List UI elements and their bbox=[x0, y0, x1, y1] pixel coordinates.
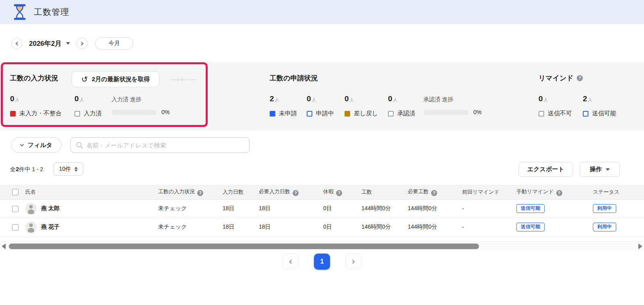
export-button[interactable]: エクスポート bbox=[518, 162, 573, 177]
filter-button[interactable]: フィルタ bbox=[11, 137, 62, 153]
progress-bar bbox=[423, 110, 469, 115]
column-label: 休暇 bbox=[323, 188, 334, 194]
last-remind-cell: - bbox=[459, 218, 513, 236]
stat-requesting: 0人 申請中 bbox=[307, 94, 334, 117]
column-label: 工数の入力状況 bbox=[158, 188, 195, 194]
help-icon[interactable]: ? bbox=[556, 190, 562, 196]
stat-unit: 人 bbox=[15, 97, 20, 102]
row-checkbox[interactable] bbox=[12, 206, 19, 212]
status-badge: 利用中 bbox=[593, 204, 616, 213]
legend-swatch bbox=[74, 111, 80, 117]
page-size-select[interactable]: 10件 bbox=[54, 162, 83, 176]
approval-progress: 承認済 進捗 0% bbox=[423, 96, 481, 115]
page-title: 工数管理 bbox=[34, 6, 69, 18]
next-page-button[interactable] bbox=[345, 254, 361, 270]
help-icon[interactable]: ? bbox=[197, 190, 203, 196]
table-row: 燕 太郎未チェック18日18日0日144時間0分144時間0分-送信可能利用中 bbox=[0, 199, 644, 218]
caret-down-icon bbox=[66, 42, 70, 45]
actions-button[interactable]: 操作 bbox=[580, 162, 620, 177]
progress-bar bbox=[111, 110, 157, 115]
chevron-left-icon bbox=[289, 260, 293, 264]
prev-month-button[interactable] bbox=[11, 38, 23, 49]
spinner-icon bbox=[74, 167, 78, 172]
legend-label: 送信可能 bbox=[592, 110, 616, 117]
scroll-left-arrow[interactable] bbox=[2, 244, 6, 249]
column-header-name: 氏名 bbox=[22, 185, 155, 199]
legend-swatch bbox=[583, 111, 588, 117]
today-button[interactable]: 今月 bbox=[95, 37, 133, 50]
required-hours-cell: 144時間0分 bbox=[405, 218, 459, 236]
row-select-cell bbox=[0, 199, 22, 218]
help-icon[interactable]: ? bbox=[293, 190, 299, 196]
help-icon[interactable]: ? bbox=[577, 75, 583, 81]
month-selector[interactable]: 2026年2月 bbox=[29, 39, 70, 48]
prev-page-button[interactable] bbox=[283, 254, 299, 270]
search-input[interactable] bbox=[87, 142, 244, 149]
status-badge: 利用中 bbox=[593, 223, 616, 231]
chevron-right-icon bbox=[351, 260, 355, 264]
legend-label: 承認済 bbox=[397, 110, 415, 117]
chevron-right-icon bbox=[80, 41, 84, 45]
chevron-left-icon bbox=[16, 41, 20, 45]
current-month-label: 2026年2月 bbox=[29, 39, 62, 48]
column-label: 前回リマインド bbox=[462, 189, 500, 195]
select-all-checkbox[interactable] bbox=[12, 189, 19, 195]
legend-label: 入力済 bbox=[84, 110, 102, 117]
stat-can-send: 2人 送信可能 bbox=[583, 94, 616, 117]
manual-remind-cell: 送信可能 bbox=[513, 199, 590, 218]
row-checkbox[interactable] bbox=[12, 224, 19, 231]
next-month-button[interactable] bbox=[76, 38, 88, 49]
status-cell: 利用中 bbox=[590, 218, 644, 236]
help-icon[interactable]: ? bbox=[431, 190, 437, 196]
stat-entered: 0人 入力済 bbox=[74, 94, 102, 117]
legend-label: 未申請 bbox=[279, 110, 297, 117]
input-status-cell: 未チェック bbox=[155, 199, 219, 218]
legend-swatch bbox=[388, 111, 394, 117]
stat-unit: 人 bbox=[312, 97, 316, 102]
column-header-last-remind: 前回リマインド bbox=[459, 185, 513, 199]
manual-remind-cell: 送信可能 bbox=[513, 218, 590, 236]
date-nav: 2026年2月 今月 bbox=[11, 37, 133, 50]
member-name: 燕 太郎 bbox=[41, 205, 60, 212]
required-days-cell: 18日 bbox=[256, 218, 320, 236]
column-label: 必要入力日数 bbox=[259, 188, 290, 194]
column-label: ステータス bbox=[593, 189, 619, 195]
manual-remind-badge[interactable]: 送信可能 bbox=[516, 204, 545, 213]
last-remind-cell: - bbox=[459, 199, 513, 218]
refresh-button-label: 2月の最新状況を取得 bbox=[92, 76, 150, 83]
legend-swatch bbox=[10, 111, 16, 117]
manual-remind-badge[interactable]: 送信可能 bbox=[516, 223, 545, 231]
column-header-vacation: 休暇? bbox=[320, 185, 358, 199]
help-icon[interactable]: ? bbox=[336, 190, 342, 196]
legend-swatch bbox=[307, 111, 312, 117]
avatar-icon bbox=[25, 221, 37, 233]
stat-approved: 0人 承認済 bbox=[388, 94, 415, 117]
progress-label: 承認済 進捗 bbox=[423, 96, 481, 103]
scroll-right-arrow[interactable] bbox=[638, 244, 642, 249]
column-label: 必要工数 bbox=[408, 188, 429, 194]
scrollbar-thumb[interactable] bbox=[9, 244, 479, 249]
refresh-status-button[interactable]: ↺ 2月の最新状況を取得 bbox=[72, 71, 159, 87]
vacation-cell: 0日 bbox=[320, 218, 358, 236]
progress-percent: 0% bbox=[473, 109, 481, 115]
legend-swatch bbox=[345, 111, 350, 117]
current-page-button[interactable]: 1 bbox=[314, 254, 330, 270]
name-cell: 燕 太郎 bbox=[22, 199, 155, 218]
pagination: 1 bbox=[0, 254, 644, 270]
legend-swatch bbox=[539, 111, 544, 117]
stat-value: 2 bbox=[583, 94, 587, 103]
search-box bbox=[70, 137, 250, 153]
stat-unit: 人 bbox=[588, 97, 592, 102]
hours-cell: 146時間0分 bbox=[358, 218, 405, 236]
stat-unit: 人 bbox=[80, 97, 84, 102]
horizontal-scrollbar bbox=[0, 241, 644, 251]
last-fetched-timestamp: ----/--/-- --:-- bbox=[171, 77, 195, 82]
progress-percent: 0% bbox=[161, 109, 169, 115]
stat-value: 2 bbox=[270, 94, 274, 103]
column-header-status: ステータス bbox=[590, 185, 644, 199]
input-status-title: 工数の入力状況 bbox=[10, 74, 58, 83]
progress-label: 入力済 進捗 bbox=[111, 96, 169, 103]
legend-label: 申請中 bbox=[316, 110, 334, 117]
input-status-cell: 未チェック bbox=[155, 218, 219, 236]
required-days-cell: 18日 bbox=[256, 199, 320, 218]
